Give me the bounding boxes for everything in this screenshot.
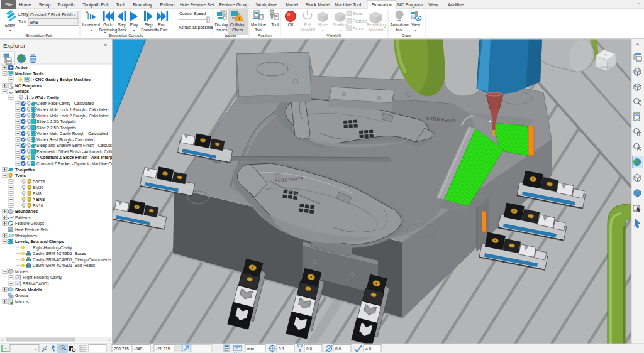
svg-text:Tool: Tool [255, 28, 262, 32]
svg-text:Stock Models: Stock Models [15, 288, 42, 292]
svg-text:⌃: ⌃ [637, 2, 641, 8]
svg-text:Tools: Tools [15, 173, 26, 178]
svg-text:Entity: Entity [18, 12, 29, 17]
svg-text:Play: Play [130, 23, 138, 28]
svg-text:4.0: 4.0 [365, 347, 371, 351]
svg-text:Vortex Main Cavity Rough - Cal: Vortex Main Cavity Rough - Calculated [36, 131, 108, 136]
svg-text:Workplanes: Workplanes [15, 234, 37, 239]
svg-text:Cavity-SRM-4C4GD1_Bolt-Heads: Cavity-SRM-4C4GD1_Bolt-Heads [33, 263, 96, 268]
svg-text:Toolpath Edit: Toolpath Edit [82, 2, 109, 8]
svg-text:Machine: Machine [251, 23, 267, 27]
svg-text:ViewMill: ViewMill [326, 33, 341, 38]
svg-text:Stock Model: Stock Model [305, 2, 330, 8]
svg-text:⌄: ⌄ [33, 347, 36, 350]
svg-text:As fast as possible: As fast as possible [179, 25, 213, 30]
svg-text:Forward: Forward [141, 28, 156, 32]
svg-text:Cavity-SRM-4C4GD1_Bases: Cavity-SRM-4C4GD1_Bases [33, 251, 87, 256]
svg-text:Export: Export [353, 26, 365, 31]
svg-text:Slide 1 2.5D Toolpath: Slide 1 2.5D Toolpath [36, 119, 76, 124]
svg-text:Exit: Exit [304, 23, 311, 27]
svg-text:Patterns: Patterns [15, 215, 31, 220]
svg-text:Draw: Draw [402, 33, 411, 38]
svg-text:> CNC Gantry Bridge Machine: > CNC Gantry Bridge Machine [31, 77, 91, 82]
svg-text:Machine Tool: Machine Tool [335, 2, 362, 8]
svg-text:Macros: Macros [15, 300, 29, 304]
svg-text:Simulation: Simulation [371, 2, 392, 8]
svg-text:Collision: Collision [230, 23, 246, 27]
svg-text:Auto-draw: Auto-draw [390, 23, 409, 27]
svg-text:Groups: Groups [15, 293, 29, 298]
svg-text:> BN8: > BN8 [33, 197, 45, 202]
svg-text:Tool: Tool [116, 2, 125, 8]
svg-text:Model: Model [286, 2, 298, 8]
svg-text:Toolpath: Toolpath [57, 2, 74, 8]
svg-text:Parametric Offset Finish - Aut: Parametric Offset Finish - Automatic Col… [36, 149, 113, 154]
svg-text:Material: Material [369, 28, 384, 32]
svg-text:View: View [428, 2, 438, 8]
svg-text:Run: Run [158, 23, 165, 27]
svg-text:Issues: Issues [216, 28, 227, 32]
svg-text:×: × [636, 41, 640, 46]
svg-text:0.1: 0.1 [279, 347, 284, 351]
svg-text:Explorer: Explorer [3, 42, 25, 49]
svg-text:Simulation Controls: Simulation Controls [108, 33, 143, 38]
svg-text:> Constant Z Block Finish - Ax: > Constant Z Block Finish - Axis Interpo… [36, 155, 116, 160]
svg-text:Constant Z Pocket - Dynamic Ma: Constant Z Pocket - Dynamic Machine Co [36, 161, 114, 166]
svg-text:Off: Off [288, 23, 294, 27]
svg-text:Boundaries: Boundaries [15, 209, 38, 214]
svg-text:Check: Check [232, 28, 244, 32]
svg-text:Store: Store [353, 11, 363, 16]
svg-text:Right-Housing-Cavity: Right-Housing-Cavity [23, 275, 62, 280]
svg-text:Mode: Mode [318, 23, 328, 27]
svg-text:-348: -348 [134, 347, 143, 351]
svg-text:Tool: Tool [18, 19, 26, 24]
svg-text:> G54 - Cavity: > G54 - Cavity [31, 95, 59, 100]
svg-text:BN16: BN16 [33, 204, 43, 208]
svg-text:Machine Tools: Machine Tools [15, 72, 44, 76]
svg-text:Hole Feature Set: Hole Feature Set [180, 2, 214, 8]
svg-text:Back: Back [118, 28, 127, 32]
svg-text:Feature Groups: Feature Groups [15, 221, 45, 226]
svg-text:EM8: EM8 [33, 192, 42, 196]
svg-text:Position: Position [258, 33, 272, 38]
svg-text:to End: to End [156, 28, 168, 32]
svg-text:Simulation Path: Simulation Path [26, 33, 54, 38]
svg-text:Entity: Entity [5, 23, 16, 28]
svg-text:⌄: ⌄ [73, 13, 76, 16]
svg-text:-21.315: -21.315 [156, 347, 170, 351]
svg-text:View: View [411, 23, 420, 27]
svg-text:Constant Z Block Finish: Constant Z Block Finish [30, 13, 73, 17]
svg-text:SRM-4C4GD1: SRM-4C4GD1 [23, 281, 50, 286]
svg-text:Clean Face Cavity - Calculated: Clean Face Cavity - Calculated [36, 101, 94, 106]
svg-text:EM20: EM20 [33, 185, 44, 190]
svg-text:!: ! [238, 16, 240, 21]
svg-text:Shading: Shading [333, 23, 348, 28]
svg-text:Slide 2 2.5D Toolpath: Slide 2 2.5D Toolpath [36, 126, 76, 131]
svg-text:Go to: Go to [103, 23, 113, 27]
svg-text:8.0: 8.0 [335, 347, 341, 351]
svg-text:Right-Housing-Cavity: Right-Housing-Cavity [33, 246, 72, 251]
svg-text:Active: Active [15, 65, 28, 70]
svg-text:Tool: Tool [271, 23, 279, 27]
svg-text:Vortex Mold Lock 1 Rough - Cal: Vortex Mold Lock 1 Rough - Calculated [36, 107, 109, 112]
svg-text:×: × [104, 42, 107, 48]
svg-text:Beginning: Beginning [99, 28, 118, 33]
svg-text:Home: Home [19, 2, 31, 8]
svg-text:Increment: Increment [82, 23, 101, 27]
svg-text:BN8: BN8 [30, 20, 38, 24]
svg-text:Boundary: Boundary [133, 2, 153, 8]
svg-text:Steep and Shallow Semi-Finish: Steep and Shallow Semi-Finish - Calculat… [36, 143, 115, 148]
svg-text:tool: tool [396, 28, 402, 32]
svg-text:Restore: Restore [353, 19, 367, 23]
svg-text:298.715: 298.715 [114, 347, 129, 351]
svg-text:ViewMill: ViewMill [300, 28, 314, 32]
svg-text:Setup: Setup [39, 2, 51, 8]
svg-text:D80T6: D80T6 [33, 180, 45, 184]
svg-text:Vortex Rest Rough - Calculated: Vortex Rest Rough - Calculated [36, 138, 95, 143]
svg-text:Workplane: Workplane [256, 2, 277, 8]
svg-text:Cavity-SRM-4C4GD1_Clamp-Compon: Cavity-SRM-4C4GD1_Clamp-Components [33, 258, 112, 263]
svg-text:Models: Models [15, 269, 29, 274]
svg-text:Control Speed: Control Speed [179, 11, 206, 16]
svg-text:Additive: Additive [448, 2, 464, 8]
svg-text:Vortex Mold Lock 2 Rough - Cal: Vortex Mold Lock 2 Rough - Calculated [36, 114, 109, 119]
